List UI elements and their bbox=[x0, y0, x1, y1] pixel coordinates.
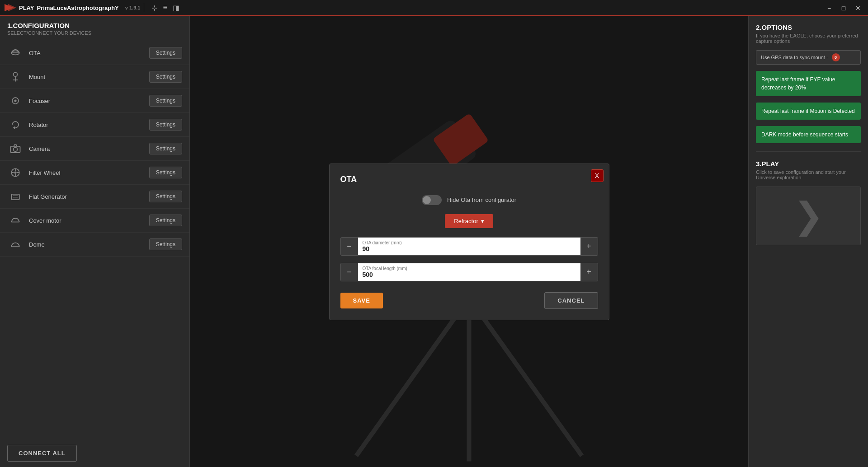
device-list: OTA Settings Mount Settings Focuser Sett… bbox=[0, 37, 189, 439]
close-button[interactable]: ✕ bbox=[852, 2, 864, 14]
focal-field[interactable]: OTA focal length (mm) 500 bbox=[358, 263, 580, 281]
focal-input-row: − OTA focal length (mm) 500 + bbox=[340, 263, 598, 281]
play-section: 3.PLAY Click to save configuration and s… bbox=[756, 160, 861, 180]
device-item-mount: Mount Settings bbox=[0, 65, 189, 89]
device-name-focuser: Focuser bbox=[29, 98, 144, 104]
maximize-button[interactable]: □ bbox=[837, 2, 850, 14]
diameter-field[interactable]: OTA diameter (mm) 90 bbox=[358, 238, 580, 255]
device-item-focuser: Focuser Settings bbox=[0, 89, 189, 113]
focal-input-group: − OTA focal length (mm) 500 + bbox=[340, 263, 598, 281]
refractor-label: Refractor bbox=[454, 218, 478, 224]
diameter-minus-button[interactable]: − bbox=[341, 238, 358, 255]
panel-subtitle: SELECT/CONNECT YOUR DEVICES bbox=[7, 30, 182, 36]
refractor-chevron-icon: ▾ bbox=[481, 218, 484, 224]
device-name-ota: OTA bbox=[29, 50, 144, 56]
divider bbox=[144, 3, 144, 12]
device-item-flatgenerator: Flat Generator Settings bbox=[0, 185, 189, 209]
window-controls: − □ ✕ bbox=[823, 0, 864, 16]
app-name: PLAY bbox=[19, 5, 34, 11]
focal-plus-button[interactable]: + bbox=[580, 263, 598, 281]
diameter-value: 90 bbox=[363, 245, 576, 252]
toolbar-icons: ⊹ ≡ ◨ bbox=[151, 4, 179, 12]
dialog-overlay: OTA X Hide Ota from configurator Refract… bbox=[190, 16, 748, 467]
settings-button-covermotor[interactable]: Settings bbox=[149, 215, 182, 226]
hide-ota-toggle[interactable] bbox=[422, 195, 442, 205]
save-button[interactable]: SAVE bbox=[340, 293, 383, 308]
refractor-button[interactable]: Refractor ▾ bbox=[445, 214, 493, 228]
device-name-dome: Dome bbox=[29, 241, 144, 248]
cursor-icon[interactable]: ⊹ bbox=[151, 4, 157, 12]
device-item-filterwheel: Filter Wheel Settings bbox=[0, 161, 189, 185]
svg-point-13 bbox=[14, 171, 16, 173]
focal-label: OTA focal length (mm) bbox=[363, 266, 576, 271]
option-card-motion[interactable]: Repeat last frame if Motion is Detected bbox=[756, 103, 861, 120]
gps-badge: 0 bbox=[832, 53, 840, 61]
dialog-actions: SAVE CANCEL bbox=[340, 292, 598, 309]
options-section: 2.OPTIONS If you have the EAGLE, choose … bbox=[756, 23, 861, 44]
svg-marker-1 bbox=[8, 4, 16, 11]
settings-button-focuser[interactable]: Settings bbox=[149, 95, 182, 107]
focuser-icon bbox=[7, 93, 24, 109]
minimize-button[interactable]: − bbox=[823, 2, 835, 14]
gps-label: Use GPS data to sync mount - bbox=[761, 55, 828, 60]
ota-icon bbox=[7, 45, 24, 61]
filterwheel-icon bbox=[7, 164, 24, 181]
settings-button-rotator[interactable]: Settings bbox=[149, 119, 182, 131]
sliders-icon[interactable]: ≡ bbox=[163, 4, 167, 12]
device-name-flatgenerator: Flat Generator bbox=[29, 193, 144, 200]
dome-icon bbox=[7, 236, 24, 252]
option-card-eye[interactable]: Repeat last frame if EYE value decreases… bbox=[756, 71, 861, 96]
mount-icon bbox=[7, 69, 24, 85]
covermotor-icon bbox=[7, 212, 24, 229]
version-label: v 1.9.1 bbox=[125, 5, 141, 10]
option-card-dark[interactable]: DARK mode before sequence starts bbox=[756, 126, 861, 143]
play-button-area[interactable]: ❯ bbox=[756, 187, 861, 245]
device-name-rotator: Rotator bbox=[29, 121, 144, 128]
title-bar: PLAY PrimaLuceAstrophotographY v 1.9.1 ⊹… bbox=[0, 0, 868, 16]
panel-header: 1.CONFIGURATION SELECT/CONNECT YOUR DEVI… bbox=[0, 16, 189, 37]
device-name-camera: Camera bbox=[29, 145, 144, 152]
settings-button-flatgenerator[interactable]: Settings bbox=[149, 191, 182, 202]
device-item-dome: Dome Settings bbox=[0, 233, 189, 257]
dialog-close-button[interactable]: X bbox=[591, 169, 604, 182]
play-desc: Click to save configuration and start yo… bbox=[756, 169, 861, 180]
options-desc: If you have the EAGLE, choose your prefe… bbox=[756, 33, 861, 44]
play-title: 3.PLAY bbox=[756, 160, 861, 168]
settings-button-filterwheel[interactable]: Settings bbox=[149, 167, 182, 178]
toggle-label: Hide Ota from configurator bbox=[447, 196, 516, 203]
device-name-covermotor: Cover motor bbox=[29, 217, 144, 224]
settings-button-ota[interactable]: Settings bbox=[149, 47, 182, 59]
svg-rect-18 bbox=[11, 194, 19, 200]
gps-row[interactable]: Use GPS data to sync mount - 0 bbox=[756, 50, 861, 65]
flatgenerator-icon bbox=[7, 188, 24, 205]
options-title: 2.OPTIONS bbox=[756, 23, 861, 31]
svg-point-8 bbox=[14, 99, 16, 102]
device-item-camera: Camera Settings bbox=[0, 137, 189, 161]
focal-value: 500 bbox=[363, 271, 576, 278]
settings-button-mount[interactable]: Settings bbox=[149, 71, 182, 83]
save-icon[interactable]: ◨ bbox=[173, 4, 179, 12]
diameter-input-group: − OTA diameter (mm) 90 + bbox=[340, 237, 598, 256]
camera-icon bbox=[7, 140, 24, 157]
focal-minus-button[interactable]: − bbox=[341, 263, 358, 281]
diameter-plus-button[interactable]: + bbox=[580, 238, 598, 255]
settings-button-dome[interactable]: Settings bbox=[149, 238, 182, 250]
device-name-mount: Mount bbox=[29, 74, 144, 80]
settings-button-camera[interactable]: Settings bbox=[149, 143, 182, 154]
diameter-input-row: − OTA diameter (mm) 90 + bbox=[340, 237, 598, 256]
toggle-knob bbox=[423, 196, 431, 204]
cancel-button[interactable]: CANCEL bbox=[544, 292, 598, 309]
brand-name: PrimaLuceAstrophotographY bbox=[37, 5, 118, 11]
device-item-covermotor: Cover motor Settings bbox=[0, 209, 189, 233]
play-chevron-icon: ❯ bbox=[793, 198, 824, 234]
svg-point-4 bbox=[14, 72, 18, 76]
play-logo-icon bbox=[4, 3, 16, 12]
right-panel: 2.OPTIONS If you have the EAGLE, choose … bbox=[748, 16, 868, 467]
section-divider bbox=[756, 151, 861, 152]
panel-title: 1.CONFIGURATION bbox=[7, 22, 182, 29]
main-layout: 1.CONFIGURATION SELECT/CONNECT YOUR DEVI… bbox=[0, 16, 868, 467]
device-item-ota: OTA Settings bbox=[0, 41, 189, 65]
connect-all-button[interactable]: CONNECT ALL bbox=[7, 445, 77, 462]
svg-point-11 bbox=[14, 147, 18, 151]
svg-marker-9 bbox=[13, 126, 15, 130]
